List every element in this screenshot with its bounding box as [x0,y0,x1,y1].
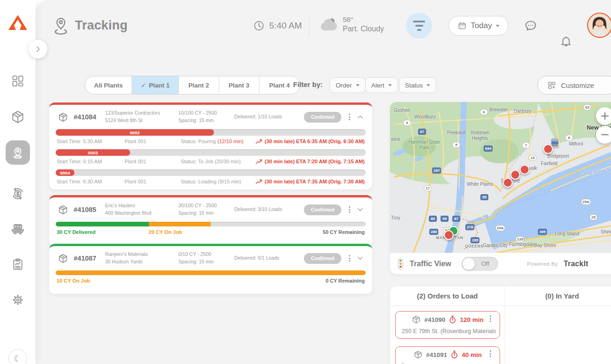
remaining-label: 0 CY Remaining [325,278,365,284]
start-time: Start Time: 5:30 AM [57,138,125,144]
map-card: Goshen Woodbury Brewster Danbury Ha New … [390,102,611,274]
trending-up-icon [256,159,262,164]
quick-filter-button[interactable] [406,13,432,39]
sidebar-item-billing[interactable] [0,186,36,201]
package-icon [58,204,68,216]
route-shield: 280 [429,229,438,235]
package-icon [10,109,25,124]
sidebar-item-reports[interactable] [0,257,36,271]
trending-up-icon [256,139,262,144]
customer-name: Eric's Haulers [105,202,178,210]
trending-up-icon [256,179,262,184]
route-shield: 95 [480,194,488,200]
truck-number: 0003 [88,150,98,155]
map-label: QUEENS [465,244,484,248]
orders-to-load-header[interactable]: (2) Orders to Load [390,286,505,306]
status-badge[interactable]: Confirmed [304,253,341,264]
tab-plant-3[interactable]: Plant 3 [219,76,259,94]
chevron-down-icon [356,84,360,87]
order-id: #41091 [426,351,447,358]
tab-all-plants[interactable]: All Plants [85,76,132,94]
kebab-menu[interactable] [490,315,491,322]
page-title: Tracking [75,18,128,33]
notifications-button[interactable] [559,35,611,51]
filter-lines-icon [413,21,425,31]
on-job-label: 20 CY On Job [149,229,182,235]
map-label: wick [391,137,400,142]
map-label: Troy [391,215,400,220]
user-avatar[interactable] [587,13,611,38]
alert-filter-dropdown[interactable]: Alert [365,77,398,93]
quantity: 30/100 CY - 2500 [178,202,234,210]
traffic-view-label: Traffic View [410,260,451,268]
kebab-menu[interactable] [349,114,350,120]
route-shield: 9 [452,142,460,148]
kebab-menu[interactable] [490,350,491,357]
quantity: 0/10 CY - 2500 [178,251,234,258]
kebab-menu[interactable] [349,255,350,262]
traffic-view-toggle[interactable]: Off [462,257,498,271]
sidebar-item-tracking[interactable] [6,140,30,165]
map-label: Woodbury [414,114,435,119]
route-shield: 25A [495,225,505,231]
map-label: Shirley [601,229,611,234]
map-zoom-in-button[interactable] [596,107,611,125]
sidebar-item-settings[interactable] [0,293,36,307]
dark-mode-toggle[interactable]: ☾ [8,349,27,364]
queue-order-card-41091[interactable]: #41091 40 min 800 W 51st St. (Matt's Tru… [395,346,500,364]
sidebar-item-orders[interactable] [0,109,36,124]
company-logo-icon[interactable] [7,14,28,34]
order-filter-dropdown[interactable]: Order [330,77,366,93]
collapse-chevron-up-icon[interactable] [356,112,365,122]
current-time: 5:40 AM [269,21,302,31]
load-progress-track: 0003 [56,149,366,156]
route-shield: 25A [581,199,591,205]
expand-chevron-down-icon[interactable] [356,205,365,214]
customize-button[interactable]: Customize [537,76,611,95]
map-marker-truck-late[interactable] [444,230,454,240]
weather-condition: Part. Cloudy [343,24,384,34]
chevron-down-icon [388,84,392,87]
load-status-time: (12/10 min) [217,138,243,144]
status-filter-dropdown[interactable]: Status [399,77,436,93]
delivery-progress-bar [56,222,366,226]
status-badge[interactable]: Confirmed [304,112,341,123]
map-label: Yorktown Heights [465,130,495,141]
map-zoom-out-button[interactable] [596,126,611,144]
in-yard-header[interactable]: (0) In Yard [505,286,611,306]
map-marker-truck-late[interactable] [543,144,553,154]
tracking-pin-icon [52,15,69,35]
map-marker-truck-late[interactable] [520,165,530,175]
tab-plant-1[interactable]: ✓ Plant 1 [132,76,179,94]
settings-gear-icon [11,293,25,307]
top-header: Tracking 5:40 AM 58° Part. Cloudy [36,0,611,32]
sidebar-expand-button[interactable] [29,40,47,58]
map-marker-truck-late[interactable] [503,178,513,188]
sidebar-item-trucks[interactable] [0,222,36,237]
on-job-label: 10 CY On Job [57,278,90,284]
load-progress-track: 0004 [56,169,366,176]
route-shield: 7 [522,142,530,148]
calendar-icon [457,21,467,30]
order-id: #41087 [74,255,105,262]
chevron-down-icon [496,25,500,27]
queue-order-card-41090[interactable]: #41090 120 min 250 E 79th St. (Rosenburg… [395,311,500,339]
status-badge[interactable]: Confirmed [304,204,341,215]
customer-address: 400 Washington Blvd [105,210,178,217]
chat-icon [523,19,538,33]
date-selector[interactable]: Today [449,16,508,36]
cloud-icon [319,17,338,32]
sidebar-item-dashboard[interactable] [0,74,36,88]
map-marker-truck-late[interactable] [510,170,520,180]
load-address: 250 E 79th St. (Rosenburg Materials [402,328,496,335]
tab-plant-2[interactable]: Plant 2 [179,76,219,94]
kebab-menu[interactable] [349,206,350,213]
package-icon [58,111,68,123]
order-card-41087: #41087 Ranjeev's Materials 30 Hudson Yar… [49,244,372,294]
expand-chevron-down-icon[interactable] [356,254,365,263]
load-progress-fill: 0003 [56,149,130,156]
route-shield: 135 [515,236,524,242]
quantity: 10/100 CY - 2500 [178,109,234,117]
map-view[interactable]: Goshen Woodbury Brewster Danbury Ha New … [390,102,611,253]
plant: Plant 001 [125,138,181,144]
